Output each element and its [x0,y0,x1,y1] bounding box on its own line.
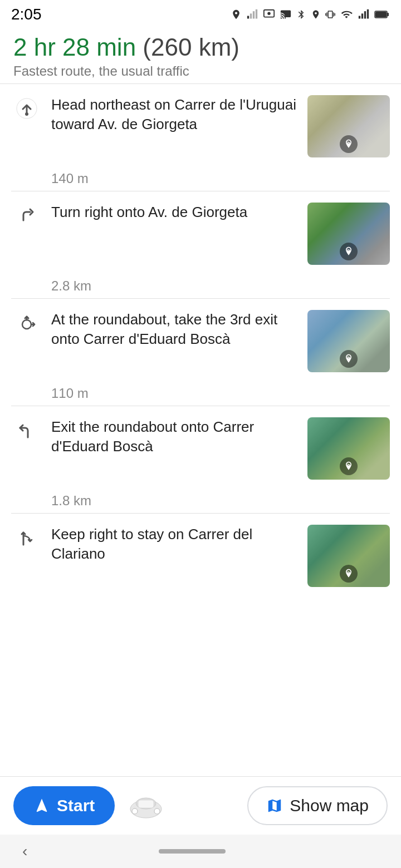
svg-rect-7 [361,13,363,18]
svg-point-15 [22,320,31,329]
step-item: At the roundabout, take the 3rd exit ont… [0,299,401,381]
start-label: Start [57,796,95,815]
battery-icon [374,9,390,19]
step-instruction: Turn right onto Av. de Giorgeta [51,203,299,222]
step-icon-roundabout [11,310,42,334]
location2-icon [311,8,321,21]
step-icon-exit-roundabout [11,417,42,442]
svg-rect-6 [359,16,360,19]
svg-point-18 [132,808,138,814]
show-map-button[interactable]: Show map [247,786,388,825]
steps-list: Head northeast on Carrer de l'Uruguai to… [0,84,401,674]
streetview-icon [340,135,358,153]
bottom-spacer [0,596,401,674]
route-time: 2 hr 28 min (260 km) [13,33,388,61]
svg-rect-3 [256,9,257,19]
turn-right-icon [16,205,38,227]
route-distance: (260 km) [143,33,239,61]
status-icons [231,8,390,21]
step-instruction: Head northeast on Carrer de l'Uruguai to… [51,95,299,134]
svg-point-19 [154,808,160,814]
streetview-icon [340,565,358,583]
step-item: Keep right to stay on Carrer del Clarian… [0,514,401,596]
step-item: Turn right onto Av. de Giorgeta [0,191,401,274]
navigation-icon [33,797,50,814]
streetview-icon [340,350,358,368]
bluetooth-icon [296,8,306,21]
step-image[interactable] [307,95,390,157]
vibrate-icon [325,8,335,21]
bottom-bar: Start Show map [0,776,401,835]
screen-record-icon [263,8,275,21]
step-image[interactable] [307,203,390,265]
show-map-label: Show map [290,796,369,815]
route-header: 2 hr 28 min (260 km) Fastest route, the … [0,27,401,83]
step-icon-up [11,95,42,120]
step-item: Head northeast on Carrer de l'Uruguai to… [0,84,401,166]
distance-label: 1.8 km [0,489,401,513]
signal-full-icon [358,9,370,20]
svg-rect-0 [247,16,249,19]
step-item: Exit the roundabout onto Carrer d'Eduard… [0,406,401,489]
step-icon-keep-right [11,525,42,549]
svg-rect-20 [138,800,154,808]
step-icon-right [11,203,42,227]
streetview-icon [340,243,358,260]
svg-rect-12 [375,12,387,17]
keep-right-icon [16,527,38,549]
distance-label: 110 m [0,381,401,406]
status-bar: 2:05 [0,0,401,27]
status-time: 2:05 [11,6,42,23]
up-arrow-icon [16,97,38,120]
start-button[interactable]: Start [13,786,115,825]
map-icon [266,797,283,814]
roundabout-icon [16,312,38,334]
svg-rect-1 [250,13,252,18]
streetview-icon [340,457,358,475]
step-image[interactable] [307,525,390,587]
svg-rect-11 [387,13,389,16]
cast-icon [280,9,292,20]
svg-rect-9 [367,9,369,19]
car-mode-button[interactable] [126,786,166,826]
signal-icon [246,9,258,20]
nav-bar: ‹ [0,835,401,868]
step-image[interactable] [307,417,390,480]
wifi-icon [340,9,353,20]
step-instruction: Keep right to stay on Carrer del Clarian… [51,525,299,564]
back-button[interactable]: ‹ [22,842,27,860]
svg-rect-8 [364,11,366,18]
exit-roundabout-icon [16,420,38,442]
route-duration: 2 hr 28 min [13,33,136,61]
step-instruction: At the roundabout, take the 3rd exit ont… [51,310,299,349]
location-status-icon [231,9,242,20]
step-instruction: Exit the roundabout onto Carrer d'Eduard… [51,417,299,456]
distance-label: 2.8 km [0,274,401,298]
step-image[interactable] [307,310,390,372]
nav-pill[interactable] [159,849,226,854]
distance-label: 140 m [0,166,401,191]
svg-point-14 [25,112,28,116]
route-subtitle: Fastest route, the usual traffic [13,63,388,79]
svg-rect-2 [253,11,255,18]
svg-point-5 [267,12,271,15]
